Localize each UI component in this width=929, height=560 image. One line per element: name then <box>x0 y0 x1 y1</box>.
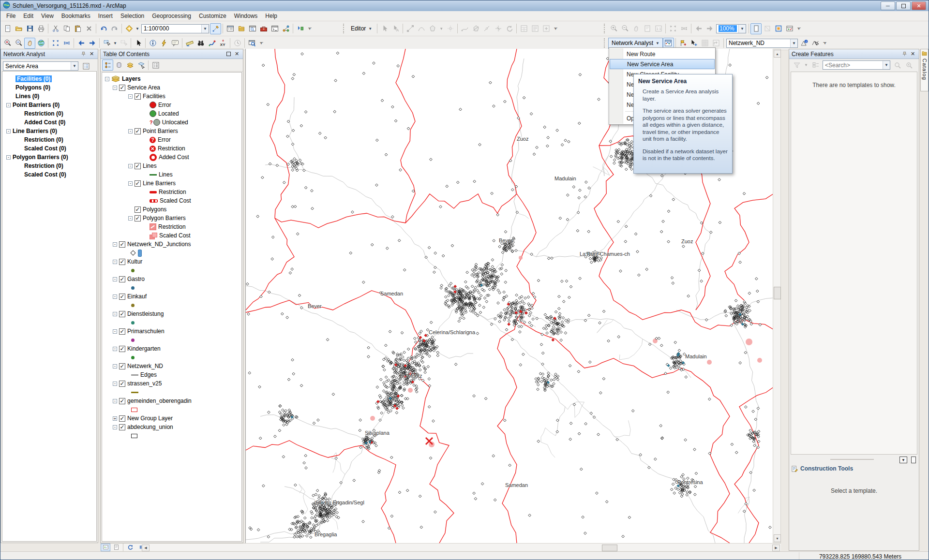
toc-layer-label[interactable]: Service Area <box>127 84 160 91</box>
data-driven-icon[interactable] <box>784 23 795 34</box>
toc-tree-row[interactable]: -✓Primarschulen <box>102 327 241 336</box>
toc-layer-label[interactable]: Line Barriers <box>143 180 176 187</box>
expander-icon[interactable]: - <box>6 129 11 133</box>
toolbar-overflow-icon[interactable]: ▼ <box>796 24 802 34</box>
na-tree-label[interactable]: Polygon Barriers (0) <box>13 154 68 161</box>
toc-layer-label[interactable]: Scaled Cost <box>159 232 191 239</box>
na-tree-label[interactable]: Facilities (0) <box>15 75 52 82</box>
na-tree-row[interactable]: Scaled Cost (0) <box>2 144 96 153</box>
one-to-one-icon[interactable]: 1:1 <box>653 23 664 34</box>
toc-tree-row[interactable]: Scaled Cost <box>102 231 241 240</box>
na-tree-row[interactable]: Polygons (0) <box>2 83 96 92</box>
close-icon[interactable]: ✕ <box>88 51 95 58</box>
toc-tree-row[interactable]: -✓Lines <box>102 162 241 170</box>
pin-icon[interactable] <box>80 51 87 58</box>
layout-view-button[interactable] <box>111 544 121 551</box>
toc-tree-row[interactable]: -✓Netzwerk_ND_Junctions <box>102 240 241 249</box>
toc-tree-row[interactable]: ✓Polygons <box>102 205 241 214</box>
toolbar-grip[interactable] <box>343 24 345 33</box>
expander-icon[interactable]: - <box>113 312 117 316</box>
find-icon[interactable] <box>195 38 206 49</box>
toc-tree-row[interactable]: Added Cost <box>102 153 241 162</box>
chevron-down-icon[interactable]: ▼ <box>883 61 890 69</box>
toolbar-overflow-icon[interactable]: ▼ <box>822 38 828 48</box>
horizontal-scroll-thumb[interactable] <box>602 545 617 551</box>
na-tree-row[interactable]: -Point Barriers (0) <box>2 101 96 109</box>
network-identify-icon[interactable] <box>810 38 821 49</box>
time-slider-icon[interactable] <box>232 38 243 49</box>
toc-tree-row[interactable]: -✓Polygon Barriers <box>102 214 241 222</box>
layer-checkbox[interactable]: ✓ <box>119 311 125 317</box>
organize-templates-icon[interactable] <box>810 59 821 71</box>
map-vertical-scrollbar[interactable]: ▲ ▼ <box>773 49 781 543</box>
forward-arrow-icon[interactable] <box>87 38 98 49</box>
expander-icon[interactable]: - <box>128 216 133 221</box>
fixed-zoom-out-icon[interactable] <box>678 23 689 34</box>
expander-icon[interactable]: - <box>113 364 117 368</box>
expander-icon[interactable]: - <box>113 295 117 299</box>
vertical-scroll-thumb[interactable] <box>774 287 781 299</box>
expander-icon[interactable]: - <box>6 103 11 107</box>
toolbar-overflow-icon[interactable]: ▼ <box>307 24 313 34</box>
toc-layer-label[interactable]: Lines <box>159 171 173 178</box>
float-icon[interactable] <box>225 51 232 58</box>
clear-selection-icon[interactable] <box>118 38 129 49</box>
pan-icon[interactable] <box>630 23 642 34</box>
toc-window-icon[interactable] <box>225 23 236 34</box>
expander-icon[interactable]: - <box>105 77 109 81</box>
layer-checkbox[interactable]: ✓ <box>119 346 125 352</box>
toc-layer-label[interactable]: Restriction <box>159 189 186 195</box>
zoom-out-icon[interactable] <box>13 38 24 49</box>
sketch-polygon-icon[interactable] <box>427 23 438 34</box>
modify-icon[interactable] <box>481 23 493 34</box>
chevron-down-icon[interactable]: ▼ <box>71 62 78 70</box>
na-tree-row[interactable]: -Polygon Barriers (0) <box>2 153 96 162</box>
html-popup-icon[interactable] <box>169 38 180 49</box>
select-features-icon[interactable] <box>101 38 112 49</box>
na-tree-label[interactable]: Restriction (0) <box>24 136 63 143</box>
toc-layer-label[interactable]: New Group Layer <box>127 415 173 422</box>
layer-checkbox[interactable]: ✓ <box>135 93 141 100</box>
toc-layer-label[interactable]: Einkauf <box>127 293 147 300</box>
scroll-up-icon[interactable]: ▲ <box>774 50 781 58</box>
layer-checkbox[interactable]: ✓ <box>119 415 125 422</box>
add-data-icon[interactable] <box>123 23 135 34</box>
menu-windows[interactable]: Windows <box>230 12 262 20</box>
na-tree-row[interactable]: -Line Barriers (0) <box>2 127 96 135</box>
toc-tree-row[interactable]: Edges <box>102 370 241 379</box>
catalog-window-icon[interactable] <box>236 23 247 34</box>
layer-checkbox[interactable]: ✓ <box>119 259 125 265</box>
toc-layer-label[interactable]: Restriction <box>158 223 186 230</box>
layer-checkbox[interactable]: ✓ <box>119 363 125 369</box>
zoom-in-icon[interactable] <box>608 23 619 34</box>
full-page-icon[interactable] <box>642 23 653 34</box>
list-source-icon[interactable] <box>113 59 124 71</box>
na-tree-label[interactable]: Polygons (0) <box>15 84 50 91</box>
print-icon[interactable] <box>35 23 46 34</box>
toc-layer-label[interactable]: Dienstleistung <box>127 310 164 317</box>
layer-checkbox[interactable]: ✓ <box>135 215 141 221</box>
back-arrow-icon[interactable] <box>693 23 704 34</box>
close-icon[interactable]: ✕ <box>233 51 240 58</box>
python-window-icon[interactable] <box>269 23 280 34</box>
toc-layer-label[interactable]: Layers <box>122 75 141 82</box>
layer-checkbox[interactable]: ✓ <box>119 276 125 282</box>
toc-tree-row[interactable]: -✓Line Barriers <box>102 179 241 188</box>
toc-layer-label[interactable]: Restriction <box>158 145 185 152</box>
toc-tree-row[interactable] <box>102 301 241 309</box>
toc-tree-row[interactable]: -✓Kindergarten <box>102 344 241 353</box>
toc-tree-row[interactable]: -✓Kultur <box>102 257 241 266</box>
expander-icon[interactable]: - <box>113 277 117 281</box>
toc-tree-row[interactable]: Error <box>102 101 241 109</box>
undo-icon[interactable] <box>98 23 109 34</box>
na-tree-row[interactable]: Added Cost (0) <box>2 118 96 127</box>
goto-xy-icon[interactable]: XY <box>217 38 228 49</box>
search-window-icon[interactable] <box>247 23 258 34</box>
toc-tree-row[interactable]: ✕Restriction <box>102 144 241 153</box>
scroll-down-icon[interactable]: ▼ <box>774 534 781 542</box>
toggle-draft-icon[interactable] <box>762 23 773 34</box>
dropdown-arrow-icon[interactable]: ▼ <box>438 24 445 34</box>
menu-geoprocessing[interactable]: Geoprocessing <box>148 12 195 20</box>
na-tree-label[interactable]: Point Barriers (0) <box>13 102 60 108</box>
full-extent-icon[interactable] <box>35 38 46 49</box>
